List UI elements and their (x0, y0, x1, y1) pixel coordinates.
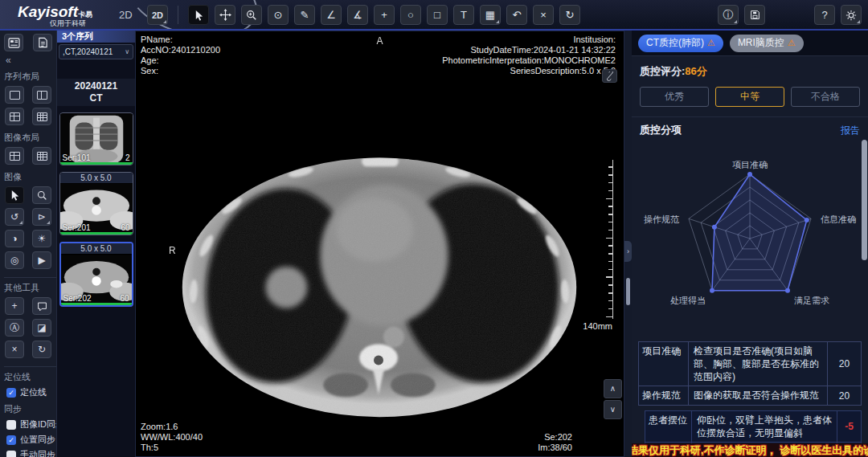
qc-grade-buttons: 优秀中等不合格 (640, 87, 860, 107)
invert-button[interactable]: ◑ (5, 230, 24, 247)
image-scroll-buttons: ∧ ∨ (604, 379, 622, 421)
pointer-button[interactable] (188, 5, 209, 25)
grid-3x3-button[interactable] (32, 147, 51, 165)
save-button[interactable] (744, 5, 765, 25)
viewport-scrollbar-thumb[interactable] (626, 278, 630, 305)
overlay-text-line: PhotometricInterpretation:MONOCHROME2 (442, 55, 616, 66)
image-viewport[interactable]: PName:AccNO:2401210200Age:Sex: A Institu… (135, 31, 624, 457)
grid-2x2-button[interactable] (5, 147, 24, 165)
panel-thumbnails-button[interactable] (4, 34, 23, 51)
thumbnail-footer: Ser:1012 (60, 153, 133, 162)
grade-button[interactable]: 中等 (715, 87, 784, 107)
series-thumbnail[interactable]: 5.0 x 5.0Ser:20160 (59, 172, 133, 235)
checkbox-row[interactable]: ✓位置同步 (6, 434, 56, 446)
zoom-in-button[interactable] (241, 5, 262, 25)
cobb-angle-button[interactable]: ∡ (347, 5, 368, 25)
cine-play-button[interactable]: ▶ (32, 251, 51, 269)
qc-item-score: 20 (827, 386, 861, 405)
localizer-button[interactable]: ◎ (5, 251, 24, 269)
series-count-header: 3个序列 (57, 31, 135, 43)
rotate-button[interactable]: ↺ (5, 208, 24, 226)
panel-report-button[interactable] (33, 34, 52, 51)
crosshair-button[interactable]: + (5, 297, 24, 315)
scroll-stack-button[interactable]: ⊳ (32, 208, 51, 226)
qc-score-row: 质控评分:86分 (640, 64, 868, 79)
pointer-button[interactable] (5, 186, 24, 204)
grid-2x2-button[interactable] (5, 108, 24, 125)
checkbox-row[interactable]: 图像ID同步 (6, 418, 56, 430)
qc-tab[interactable]: MRI脑质控⚠ (730, 35, 804, 52)
text-annotation-button[interactable]: T (453, 5, 474, 25)
probe-button[interactable]: + (374, 5, 395, 25)
window-level-button[interactable]: ⊙ (268, 5, 289, 25)
series-thumbnail[interactable]: Ser:1012 (59, 112, 133, 165)
undo-button[interactable]: ↶ (506, 5, 527, 25)
toolbar-separator (178, 6, 178, 24)
scale-ruler (606, 160, 613, 319)
pan-button[interactable] (215, 5, 235, 25)
crosshair-icon: + (11, 301, 17, 311)
checkbox-checked-icon[interactable]: ✓ (6, 435, 16, 445)
checkbox-row[interactable]: ✓定位线 (6, 386, 56, 398)
thumbnail-footer: Ser:20260 (61, 294, 132, 303)
scroll-up-button[interactable]: ∧ (604, 379, 622, 398)
sync-label: 同步 (4, 403, 56, 415)
angle-button[interactable]: ∠ (321, 5, 342, 25)
reset-button[interactable]: ↻ (559, 5, 580, 25)
svg-text:满足需求: 满足需求 (794, 296, 829, 305)
main-toolbar: 2D ⊙✎∠∡+○□T▦↶×↻ (147, 5, 580, 25)
zoom-in-icon (246, 10, 257, 21)
thumbnail-series-number: Ser:202 (63, 294, 92, 303)
thumbnail-loaded-progress-bar (60, 232, 133, 235)
checkbox-unchecked-icon[interactable] (6, 451, 16, 457)
delete-button[interactable]: × (5, 341, 24, 358)
brightness-icon: ☀ (38, 234, 47, 243)
report-link[interactable]: 报告 (841, 124, 860, 137)
warning-icon: ⚠ (788, 39, 796, 47)
series-image-overlay: Se:202Im:38/60 (538, 432, 572, 453)
brightness-button[interactable]: ☀ (32, 230, 51, 247)
checkbox-checked-icon[interactable]: ✓ (6, 388, 16, 398)
scroll-down-button[interactable]: ∨ (604, 400, 622, 419)
qc-tab-label: CT质控(肺部) (646, 36, 704, 50)
grid-1x2-button[interactable] (32, 86, 51, 104)
panel-expander-button[interactable]: › (624, 241, 632, 262)
checkbox-unchecked-icon[interactable] (6, 420, 16, 430)
comment-button[interactable] (32, 297, 51, 315)
settings-button[interactable] (841, 5, 862, 25)
reset-button[interactable]: ↻ (32, 341, 51, 358)
help-button[interactable]: ? (814, 5, 835, 25)
2d-view-button[interactable]: 2D (147, 5, 168, 25)
qc-tab[interactable]: CT质控(肺部)⚠ (638, 35, 723, 52)
window-level-icon: ⊙ (274, 10, 283, 20)
link-series-button[interactable] (602, 69, 617, 83)
length-button[interactable]: ✎ (294, 5, 315, 25)
series-thumbnail[interactable]: 5.0 x 5.0Ser:20260 (59, 242, 133, 307)
histogram-icon: ▦ (485, 10, 495, 20)
rectangle-button[interactable]: □ (427, 5, 448, 25)
annotation-button[interactable]: Ⓐ (5, 319, 24, 337)
grade-button[interactable]: 优秀 (640, 87, 709, 107)
grade-button[interactable]: 不合格 (791, 87, 860, 107)
ellipse-button[interactable]: ○ (400, 5, 421, 25)
delete-button[interactable]: × (533, 5, 554, 25)
rotate-icon: ↺ (10, 212, 18, 222)
qc-item-name: 操作规范 (639, 386, 689, 405)
histogram-button[interactable]: ▦ (480, 5, 501, 25)
overlay-text-line: Institusion: (442, 35, 616, 45)
qc-subsection-title: 质控分项 (640, 123, 682, 137)
qc-panel-scrollbar-thumb[interactable] (862, 140, 867, 260)
cobb-angle-icon: ∡ (353, 10, 362, 20)
checkbox-row[interactable]: 手动同步 (6, 449, 56, 457)
collapse-sidebar-button[interactable]: « (6, 55, 56, 66)
info-button[interactable]: ⓘ (718, 5, 739, 25)
magnify-icon (37, 190, 47, 201)
grid-3x3-button[interactable] (32, 108, 51, 125)
grid-1x1-button[interactable] (5, 86, 24, 104)
study-dropdown[interactable]: ,CT,20240121 ∨ (59, 44, 133, 59)
zoom-info-overlay: Zoom:1.6WW/WL:400/40Th:5 (141, 422, 203, 453)
panel-thumbnails-icon (8, 38, 20, 48)
eraser-button[interactable]: ◪ (32, 319, 51, 337)
magnify-button[interactable] (32, 186, 51, 204)
qc-main-items-table: 项目准确检查项目是否准确(项目如脑部、胸部、腹部是否在标准的范围内容)20操作规… (638, 341, 862, 406)
